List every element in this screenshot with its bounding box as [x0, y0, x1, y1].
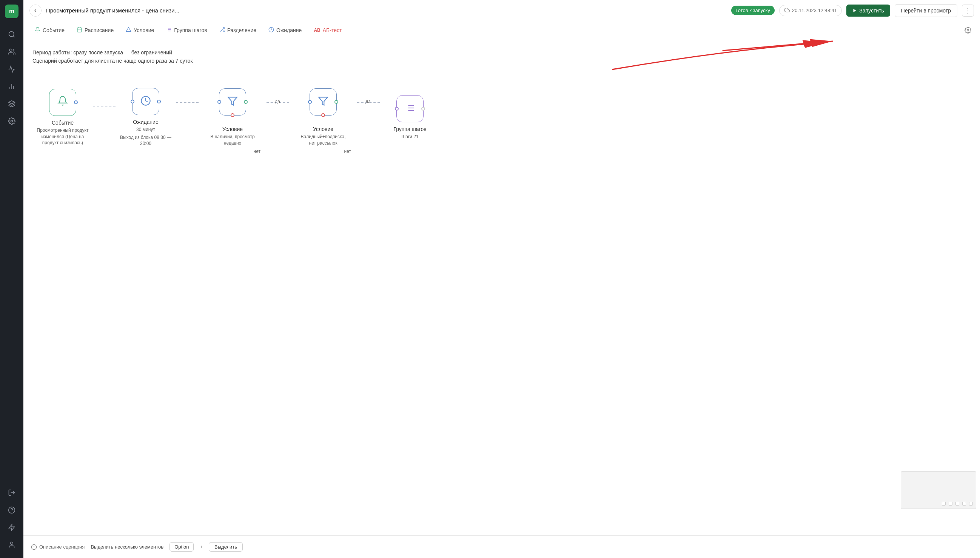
- more-button[interactable]: ⋮: [962, 5, 974, 16]
- minimap-dot1: [942, 502, 946, 505]
- sidebar-item-search[interactable]: [4, 27, 19, 42]
- option-badge: Option: [169, 542, 193, 551]
- node-cond2-subtitle: Валидный+подписка, нет рассылок: [297, 134, 349, 146]
- svg-point-2: [10, 49, 12, 52]
- node-event-title: Событие: [52, 120, 74, 126]
- svg-marker-17: [126, 27, 131, 31]
- bottom-info: Описание сценария: [31, 544, 85, 550]
- node-condition2[interactable]: да нет Условие Валидный+подписка, нет ра…: [289, 89, 357, 146]
- sidebar-item-users[interactable]: [4, 44, 19, 59]
- tab-split[interactable]: Разделение: [214, 24, 262, 37]
- tab-wait[interactable]: Ожидание: [263, 24, 307, 37]
- node-cond1-title: Условие: [222, 126, 243, 132]
- sidebar-item-bolt[interactable]: [4, 520, 19, 535]
- tab-ab-test[interactable]: AB АБ-тест: [308, 24, 347, 36]
- steps-icon: [405, 103, 415, 115]
- cloud-icon: [784, 7, 790, 14]
- launch-button[interactable]: Запустить: [846, 5, 890, 16]
- info-line1: Период работы: сразу после запуска — без…: [33, 48, 971, 57]
- tabs-bar: Событие Расписание Условие Группа шагов …: [23, 21, 980, 39]
- svg-marker-31: [228, 97, 237, 105]
- page-title: Просмотренный продукт изменился - цена с…: [46, 7, 727, 13]
- svg-point-27: [967, 29, 969, 31]
- node-cond2-title: Условие: [313, 126, 333, 132]
- preview-button[interactable]: Перейти в просмотр: [895, 4, 957, 17]
- svg-marker-32: [319, 97, 327, 105]
- svg-marker-10: [9, 524, 15, 531]
- select-button[interactable]: Выделить: [209, 542, 243, 551]
- svg-rect-13: [77, 28, 82, 32]
- minimap-dot3: [955, 502, 959, 505]
- tab-schedule[interactable]: Расписание: [71, 24, 119, 37]
- sidebar-item-profile[interactable]: [4, 537, 19, 552]
- node-wait-title: Ожидание: [133, 119, 158, 125]
- node-event-subtitle: Просмотренный продукт изменился (Цена на…: [36, 127, 89, 146]
- node-group[interactable]: Группа шагов Шаги 21: [380, 95, 440, 140]
- sidebar-item-campaigns[interactable]: [4, 62, 19, 77]
- bottom-select-text: Выделить несколько элементов: [90, 544, 164, 550]
- node-wait[interactable]: Ожидание 30 минут Выход из блока 08:30 —…: [116, 88, 176, 147]
- back-button[interactable]: [29, 5, 41, 16]
- no-label-2: нет: [344, 149, 351, 154]
- node-event[interactable]: Событие Просмотренный продукт изменился …: [33, 89, 93, 146]
- svg-point-0: [9, 32, 14, 37]
- node-wait-subtitle2: Выход из блока 08:30 — 20:00: [119, 135, 172, 147]
- canvas-settings-button[interactable]: [962, 24, 974, 36]
- minimap-dot2: [949, 502, 952, 505]
- canvas-area: Период работы: сразу после запуска — без…: [23, 39, 980, 535]
- condition-icon: [126, 27, 131, 34]
- svg-point-6: [11, 120, 13, 122]
- step-group-icon: [166, 27, 172, 34]
- timestamp: 20.11.2023 12:48:41: [779, 5, 842, 16]
- sidebar-item-settings[interactable]: [4, 114, 19, 129]
- ab-icon: AB: [314, 28, 320, 33]
- wait-icon: [269, 27, 274, 34]
- sidebar-item-analytics[interactable]: [4, 79, 19, 94]
- clock-icon: [141, 95, 151, 108]
- no-label-1: нет: [254, 149, 261, 154]
- node-cond1-subtitle: В наличии, просмотр недавно: [206, 134, 259, 146]
- flow-diagram: Событие Просмотренный продукт изменился …: [33, 80, 971, 154]
- tab-step-group[interactable]: Группа шагов: [161, 24, 212, 37]
- tab-event[interactable]: Событие: [29, 24, 70, 37]
- main-content: Просмотренный продукт изменился - цена с…: [23, 0, 980, 558]
- event-icon: [35, 27, 40, 34]
- node-group-title: Группа шагов: [393, 126, 426, 132]
- tab-condition[interactable]: Условие: [120, 24, 159, 37]
- info-text: Период работы: сразу после запуска — без…: [33, 48, 971, 65]
- timestamp-text: 20.11.2023 12:48:41: [792, 8, 837, 13]
- status-badge: Готов к запуску: [731, 6, 775, 15]
- minimap: [901, 471, 976, 509]
- node-group-subtitle: Шаги 21: [401, 134, 418, 140]
- minimap-dot5: [969, 502, 973, 505]
- yes-label-2: да: [365, 99, 371, 104]
- svg-line-1: [13, 36, 15, 38]
- sidebar-item-help[interactable]: [4, 502, 19, 518]
- svg-point-11: [11, 542, 13, 545]
- split-icon: [219, 27, 225, 34]
- schedule-icon: [77, 27, 82, 34]
- sidebar-item-integrations[interactable]: [4, 96, 19, 112]
- filter2-icon: [318, 96, 328, 108]
- bottom-info-label: Описание сценария: [39, 544, 85, 550]
- sidebar-logo[interactable]: m: [5, 5, 18, 18]
- node-wait-subtitle1: 30 минут: [136, 126, 155, 133]
- filter-icon: [227, 96, 238, 108]
- minimap-dot4: [962, 502, 966, 505]
- bell-icon: [57, 95, 68, 109]
- node-condition1[interactable]: да нет Условие В наличии, просмотр недав…: [198, 89, 267, 146]
- yes-label-1: да: [275, 99, 280, 104]
- plus-text: +: [200, 544, 203, 550]
- header: Просмотренный продукт изменился - цена с…: [23, 0, 980, 21]
- sidebar: m: [0, 0, 23, 558]
- svg-marker-12: [854, 9, 856, 12]
- bottom-bar: Описание сценария Выделить несколько эле…: [23, 535, 980, 558]
- info-line2: Сценарий сработает для клиента не чаще о…: [33, 57, 971, 65]
- sidebar-item-exit[interactable]: [4, 485, 19, 500]
- info-icon: [31, 544, 37, 550]
